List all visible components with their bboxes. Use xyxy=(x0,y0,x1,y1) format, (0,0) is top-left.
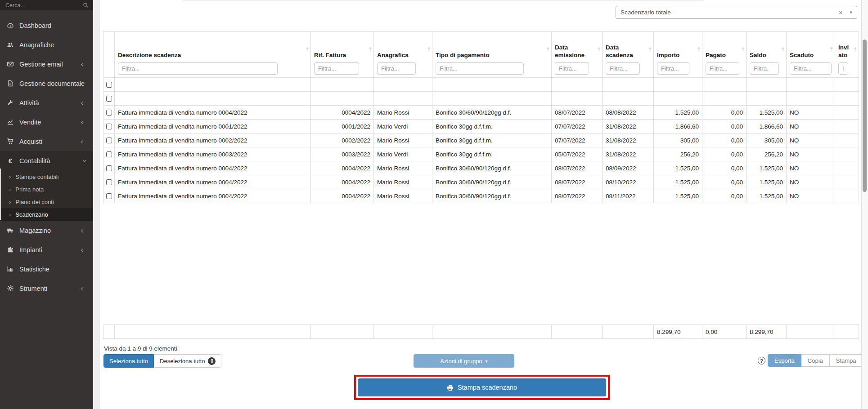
sidebar-item-impianti[interactable]: Impianti‹ xyxy=(0,240,93,259)
help-icon[interactable]: ? xyxy=(758,357,765,365)
clear-selection-icon[interactable]: × xyxy=(839,9,842,16)
totals-row: 8.299,700,008.299,70 xyxy=(103,325,859,339)
column-filter-input[interactable] xyxy=(377,62,416,75)
row-checkbox[interactable] xyxy=(106,138,112,143)
table-row[interactable]: Fattura immediata di vendita numero 0004… xyxy=(104,161,859,175)
sort-arrows-icon[interactable]: ▲▼ xyxy=(830,47,833,52)
sidebar-item-contabilit[interactable]: €Contabilità‹ xyxy=(0,151,93,170)
table-row[interactable]: Fattura immediata di vendita numero 0004… xyxy=(104,106,859,120)
column-filter-input[interactable] xyxy=(750,62,779,75)
sidebar-subitem-stampe-contabili[interactable]: ›Stampe contabili xyxy=(0,170,93,183)
totals-cell xyxy=(374,325,432,339)
sidebar-item-attivit[interactable]: Attività‹ xyxy=(0,93,93,112)
row-checkbox[interactable] xyxy=(106,96,112,102)
column-header-scaduto[interactable]: Scaduto▲▼ xyxy=(787,32,835,78)
table-row[interactable]: Fattura immediata di vendita numero 0001… xyxy=(104,120,859,133)
table-cell: 0,00 xyxy=(702,106,747,120)
sort-arrows-icon[interactable]: ▲▼ xyxy=(597,47,601,52)
column-filter-input[interactable] xyxy=(657,62,689,75)
sidebar-item-gestione-email[interactable]: Gestione email‹ xyxy=(0,54,93,74)
table-row[interactable]: Fattura immediata di vendita numero 0003… xyxy=(104,147,859,161)
column-header-saldo[interactable]: Saldo▲▼ xyxy=(747,32,787,78)
table-cell: 1.525,00 xyxy=(654,189,702,203)
table-cell: 1.525,00 xyxy=(747,106,787,120)
table-cell xyxy=(835,106,859,120)
column-header-descrizione-scadenza[interactable]: Descrizione scadenza▲▼ xyxy=(115,32,311,78)
table-row[interactable]: Fattura immediata di vendita numero 0004… xyxy=(104,175,859,189)
sidebar-item-magazzino[interactable]: Magazzino‹ xyxy=(0,221,93,240)
sidebar-item-label: Anagrafiche xyxy=(19,41,54,49)
copy-button[interactable]: Copia xyxy=(801,354,830,367)
column-header-data-emissione[interactable]: Data emissione▲▼ xyxy=(552,32,603,78)
sidebar-item-vendite[interactable]: Vendite‹ xyxy=(0,112,93,132)
column-header-tipo-di-pagamento[interactable]: Tipo di pagamento▲▼ xyxy=(432,32,552,78)
column-filter-input[interactable] xyxy=(436,62,524,75)
column-filter-input[interactable] xyxy=(314,62,359,75)
column-header-pagato[interactable]: Pagato▲▼ xyxy=(702,32,747,78)
sidebar-item-statistiche[interactable]: Statistiche xyxy=(0,259,93,279)
table-cell: Mario Rossi xyxy=(374,175,432,189)
chevron-left-icon: ‹ xyxy=(81,285,83,292)
column-filter-input[interactable] xyxy=(706,62,739,75)
table-cell: 0,00 xyxy=(702,147,747,161)
sidebar-scrollbar[interactable] xyxy=(0,169,1,220)
sidebar-subitem-prima-nota[interactable]: ›Prima nota xyxy=(0,183,93,196)
table-row[interactable]: Fattura immediata di acquisto numero 454… xyxy=(104,92,859,106)
row-checkbox[interactable] xyxy=(106,151,112,157)
vertical-scrollbar[interactable] xyxy=(861,0,868,409)
sort-arrows-icon[interactable]: ▲▼ xyxy=(546,47,550,52)
sort-arrows-icon[interactable]: ▲▼ xyxy=(697,47,701,52)
table-cell: 07/07/2022 xyxy=(552,133,603,147)
row-checkbox[interactable] xyxy=(106,165,112,171)
sidebar-item-anagrafiche[interactable]: Anagrafiche xyxy=(0,35,93,54)
row-checkbox[interactable] xyxy=(106,193,112,199)
sort-arrows-icon[interactable]: ▲▼ xyxy=(781,47,785,52)
group-actions-button[interactable]: Azioni di gruppo ▾ xyxy=(414,354,514,368)
column-filter-input[interactable] xyxy=(838,62,848,75)
export-button[interactable]: Esporta xyxy=(768,354,801,367)
select-all-button[interactable]: Seleziona tutto xyxy=(103,354,154,368)
table-cell: NO xyxy=(787,133,835,147)
chevron-left-icon: ‹ xyxy=(81,246,83,253)
row-checkbox[interactable] xyxy=(106,82,112,88)
select-caret-icon[interactable]: ▾ xyxy=(850,9,852,15)
wrench-icon xyxy=(6,99,14,107)
row-checkbox[interactable] xyxy=(106,124,112,129)
table-row[interactable]: Fattura immediata di acquisto numero 11M… xyxy=(104,78,859,92)
sidebar-item-dashboard[interactable]: Dashboard xyxy=(0,16,93,35)
column-header-anagrafica[interactable]: Anagrafica▲▼ xyxy=(374,32,432,78)
sidebar-item-gestione-documentale[interactable]: Gestione documentale xyxy=(0,74,93,93)
sort-arrows-icon[interactable]: ▲▼ xyxy=(854,47,857,52)
sidebar-item-strumenti[interactable]: Strumenti‹ xyxy=(0,279,93,298)
column-filter-input[interactable] xyxy=(555,62,589,75)
chevron-left-icon: ‹ xyxy=(81,138,83,145)
column-header-inviato[interactable]: Inviato▲▼ xyxy=(835,32,859,78)
sort-arrows-icon[interactable]: ▲▼ xyxy=(741,47,745,52)
search-input[interactable] xyxy=(4,2,80,9)
column-header-importo[interactable]: Importo▲▼ xyxy=(654,32,702,78)
table-cell: 08/07/2022 xyxy=(552,92,603,106)
column-filter-input[interactable] xyxy=(118,62,278,75)
table-cell: Fattura immediata di vendita numero 0002… xyxy=(115,133,311,147)
sidebar-subitem-scadenzario[interactable]: ›Scadenzario xyxy=(0,208,93,221)
sort-arrows-icon[interactable]: ▲▼ xyxy=(648,47,652,52)
scrollbar-thumb[interactable] xyxy=(863,40,867,192)
deselect-all-button[interactable]: Deseleziona tutto 0 xyxy=(154,354,221,368)
print-button[interactable]: Stampa xyxy=(830,354,863,367)
sort-arrows-icon[interactable]: ▲▼ xyxy=(369,47,372,52)
row-checkbox[interactable] xyxy=(106,110,112,116)
print-schedule-button[interactable]: Stampa scadenzario xyxy=(358,378,606,396)
row-checkbox[interactable] xyxy=(106,179,112,185)
table-row[interactable]: Fattura immediata di vendita numero 0002… xyxy=(104,133,859,147)
sidebar-item-acquisti[interactable]: Acquisti‹ xyxy=(0,132,93,151)
search-icon[interactable] xyxy=(83,2,89,8)
column-header-rif-fattura[interactable]: Rif. Fattura▲▼ xyxy=(311,32,374,78)
sort-arrows-icon[interactable]: ▲▼ xyxy=(427,47,431,52)
sidebar-subitem-piano-dei-conti[interactable]: ›Piano dei conti xyxy=(0,196,93,208)
schedule-type-select[interactable]: Scadenzario totale × ▾ xyxy=(616,6,857,19)
column-header-data-scadenza[interactable]: Data scadenza▲▼ xyxy=(603,32,654,78)
column-filter-input[interactable] xyxy=(606,62,640,75)
table-row[interactable]: Fattura immediata di vendita numero 0004… xyxy=(104,189,859,203)
column-filter-input[interactable] xyxy=(790,62,832,75)
sort-arrows-icon[interactable]: ▲▼ xyxy=(306,47,309,52)
